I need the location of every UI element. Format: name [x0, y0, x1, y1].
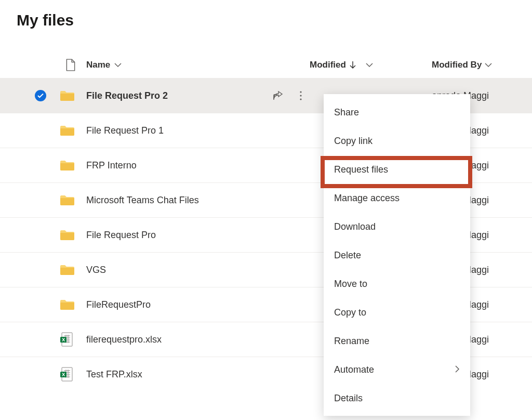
folder-icon: [60, 229, 74, 241]
chevron-down-icon: [366, 62, 373, 68]
document-icon: [65, 59, 76, 71]
menu-item-download[interactable]: Download: [324, 213, 470, 241]
row-type-icon-cell: [55, 299, 86, 310]
file-name-label: Microsoft Teams Chat Files: [86, 195, 199, 206]
menu-item-label: Rename: [334, 336, 369, 347]
selected-check-icon: [35, 90, 46, 101]
menu-item-manage-access[interactable]: Manage access: [324, 184, 470, 213]
row-type-icon-cell: [55, 332, 86, 347]
file-name-label: filerequestpro.xlsx: [86, 334, 162, 345]
menu-item-label: Move to: [334, 279, 367, 290]
row-type-icon-cell: [55, 160, 86, 171]
col-header-type-icon[interactable]: [55, 59, 86, 71]
row-type-icon-cell: [55, 125, 86, 136]
file-name-label: Test FRP.xlsx: [86, 369, 142, 380]
row-type-icon-cell: [55, 194, 86, 206]
svg-point-2: [300, 98, 301, 100]
row-type-icon-cell: [55, 264, 86, 275]
file-name-label: File Request Pro 1: [86, 125, 164, 136]
row-type-icon-cell: [55, 90, 86, 101]
row-name-cell[interactable]: filerequestpro.xlsx: [86, 334, 310, 345]
menu-item-label: Details: [334, 393, 363, 404]
menu-item-automate[interactable]: Automate: [324, 356, 470, 384]
row-name-cell[interactable]: Microsoft Teams Chat Files: [86, 195, 310, 206]
folder-icon: [60, 194, 74, 206]
excel-file-icon: [60, 332, 73, 347]
col-header-name[interactable]: Name: [86, 60, 310, 70]
menu-item-rename[interactable]: Rename: [324, 327, 470, 356]
menu-item-copy-to[interactable]: Copy to: [324, 298, 470, 327]
row-type-icon-cell: [55, 229, 86, 241]
menu-item-label: Copy to: [334, 307, 366, 318]
row-name-cell[interactable]: FRP Interno: [86, 160, 310, 171]
svg-point-1: [300, 95, 301, 96]
row-name-cell[interactable]: File Request Pro 1: [86, 125, 310, 136]
row-select-cell[interactable]: [26, 90, 55, 101]
menu-item-move-to[interactable]: Move to: [324, 270, 470, 298]
col-header-modifiedby[interactable]: Modified By: [432, 60, 532, 70]
row-name-cell[interactable]: File Request Pro 2: [86, 90, 310, 101]
row-name-cell[interactable]: File Request Pro: [86, 230, 310, 241]
svg-point-0: [300, 91, 301, 93]
table-header-row: Name Modified Modified By: [0, 52, 532, 78]
menu-item-share[interactable]: Share: [324, 98, 470, 127]
menu-item-copy-link[interactable]: Copy link: [324, 127, 470, 155]
menu-item-label: Share: [334, 107, 359, 118]
col-header-modified-label: Modified: [310, 60, 346, 70]
menu-item-label: Manage access: [334, 193, 400, 204]
menu-item-label: Download: [334, 221, 376, 232]
row-name-cell[interactable]: VGS: [86, 265, 310, 275]
file-name-label: VGS: [86, 265, 106, 275]
folder-icon: [60, 160, 74, 171]
col-header-modifiedby-label: Modified By: [432, 60, 482, 70]
chevron-right-icon: [455, 364, 460, 375]
menu-item-label: Request files: [334, 164, 388, 175]
menu-item-label: Delete: [334, 250, 361, 261]
col-header-modified[interactable]: Modified: [310, 60, 432, 70]
excel-file-icon: [60, 367, 73, 382]
chevron-down-icon: [485, 62, 492, 68]
folder-icon: [60, 125, 74, 136]
folder-icon: [60, 264, 74, 275]
folder-icon: [60, 90, 74, 101]
menu-item-details[interactable]: Details: [324, 384, 470, 413]
page-title: My files: [0, 0, 532, 29]
context-menu: ShareCopy linkRequest filesManage access…: [324, 94, 470, 416]
menu-item-label: Automate: [334, 364, 374, 375]
share-icon[interactable]: [272, 90, 284, 101]
menu-item-request-files[interactable]: Request files: [324, 155, 470, 184]
menu-item-delete[interactable]: Delete: [324, 241, 470, 270]
folder-icon: [60, 299, 74, 310]
chevron-down-icon: [114, 62, 122, 68]
file-name-label: File Request Pro 2: [86, 90, 168, 101]
row-type-icon-cell: [55, 367, 86, 382]
file-name-label: FileRequestPro: [86, 299, 151, 310]
sort-descending-icon: [349, 61, 356, 69]
more-actions-icon[interactable]: [299, 90, 302, 101]
col-header-name-label: Name: [86, 60, 110, 70]
file-name-label: File Request Pro: [86, 230, 156, 241]
menu-item-label: Copy link: [334, 136, 373, 147]
row-name-cell[interactable]: FileRequestPro: [86, 299, 310, 310]
file-name-label: FRP Interno: [86, 160, 137, 171]
row-name-cell[interactable]: Test FRP.xlsx: [86, 369, 310, 380]
